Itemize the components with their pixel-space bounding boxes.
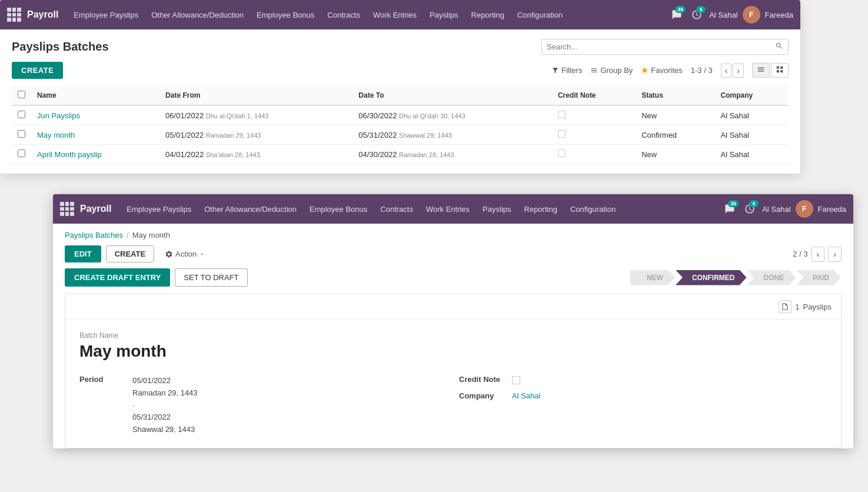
favorites-button[interactable]: Favorites	[641, 66, 682, 75]
messages-icon-2[interactable]: 36	[722, 201, 737, 217]
activity-icon[interactable]: 6	[689, 7, 704, 22]
breadcrumb-current: May month	[132, 231, 170, 240]
pipeline-step-done[interactable]: DONE	[747, 270, 796, 285]
search-icon[interactable]	[775, 42, 783, 52]
apps-menu-icon-2[interactable]	[60, 202, 74, 216]
detail-window: Payroll Employee Payslips Other Allowanc…	[53, 194, 853, 448]
nav2-contracts[interactable]: Contracts	[375, 201, 418, 217]
action-button[interactable]: Action	[159, 246, 211, 262]
nav2-configuration[interactable]: Configuration	[566, 201, 620, 217]
payslips-table: Name Date From Date To Credit Note Statu…	[12, 86, 789, 164]
nav2-employee-bonus[interactable]: Employee Bonus	[305, 201, 372, 217]
cell-status: New	[636, 145, 714, 164]
table-row: April Month payslip 04/01/2022 Sha'aban …	[12, 145, 789, 164]
nav-configuration[interactable]: Configuration	[513, 7, 567, 23]
nav-other-allowance[interactable]: Other Allowance/Deduction	[147, 7, 248, 23]
company-field: Company Al Sahal	[459, 391, 827, 400]
brand-name[interactable]: Payroll	[27, 9, 58, 20]
payslips-icon	[779, 300, 791, 313]
cell-company: Al Sahal	[714, 145, 789, 164]
create-sm-button[interactable]: CREATE	[106, 245, 154, 262]
list-toolbar: CREATE Filters Group By Favorites 1-3 /	[12, 62, 789, 79]
filters-button[interactable]: Filters	[551, 66, 582, 75]
pipeline-steps: NEWCONFIRMEDDONEPAID	[630, 270, 842, 285]
detail-next-button[interactable]: ›	[828, 247, 842, 262]
nav2-other-allowance[interactable]: Other Allowance/Deduction	[199, 201, 301, 217]
cell-credit-note	[552, 105, 636, 125]
select-all-checkbox[interactable]	[18, 91, 25, 98]
apps-menu-icon[interactable]	[7, 8, 21, 22]
pagination-controls: ‹ ›	[721, 64, 744, 78]
detail-card-header: 1 Payslips	[65, 294, 841, 320]
breadcrumb-parent[interactable]: Payslips Batches	[65, 231, 123, 240]
company-link[interactable]: Al Sahal	[512, 391, 540, 400]
username-label[interactable]: Al Sahal	[709, 11, 737, 19]
kanban-view-button[interactable]	[771, 63, 789, 78]
nav2-work-entries[interactable]: Work Entries	[421, 201, 474, 217]
table-row: Jun Payslips 06/01/2022 Dhu al-Qi'dah 1,…	[12, 105, 789, 125]
set-to-draft-button[interactable]: SET TO DRAFT	[175, 268, 247, 287]
breadcrumb: Payslips Batches / May month	[53, 224, 853, 240]
nav-employee-bonus[interactable]: Employee Bonus	[252, 7, 319, 23]
search-input[interactable]	[547, 42, 775, 51]
row-checkbox-0[interactable]	[18, 111, 25, 118]
nav-payslips[interactable]: Payslips	[425, 7, 463, 23]
cell-date-from: 05/01/2022 Ramadan 29, 1443	[159, 125, 352, 145]
col-status: Status	[636, 86, 714, 105]
payslips-count-value: 1	[795, 302, 799, 311]
nav2-employee-payslips[interactable]: Employee Payslips	[122, 201, 196, 217]
cell-date-to: 05/31/2022 Shawwal 29, 1443	[352, 125, 552, 145]
prev-page-button[interactable]: ‹	[721, 64, 732, 78]
detail-card: 1 Payslips Batch Name May month Period 0…	[65, 294, 842, 448]
nav-reporting[interactable]: Reporting	[467, 7, 509, 23]
detail-prev-button[interactable]: ‹	[812, 247, 825, 262]
period-value: 05/01/2022 Ramadan 29, 1443 - 05/31/2022…	[132, 375, 198, 436]
credit-note-checkbox[interactable]	[512, 376, 520, 384]
list-window: Payroll Employee Payslips Other Allowanc…	[0, 0, 800, 174]
user-avatar-2[interactable]: F	[796, 200, 813, 218]
row-checkbox-2[interactable]	[18, 149, 25, 157]
avatar-name-2[interactable]: Fareeda	[818, 205, 846, 214]
col-company: Company	[714, 86, 789, 105]
batch-name-label: Batch Name	[79, 331, 827, 340]
pipeline-step-new[interactable]: NEW	[630, 270, 675, 285]
cell-credit-note	[552, 145, 636, 164]
pipeline-step-confirmed[interactable]: CONFIRMED	[676, 270, 747, 285]
view-toggle	[752, 63, 789, 78]
create-draft-entry-button[interactable]: CREATE DRAFT ENTRY	[65, 268, 170, 287]
nav-employee-payslips[interactable]: Employee Payslips	[69, 7, 143, 23]
next-page-button[interactable]: ›	[733, 64, 744, 78]
cell-status: New	[636, 105, 714, 125]
avatar-name[interactable]: Fareeda	[765, 11, 793, 19]
nav2-payslips[interactable]: Payslips	[478, 201, 516, 217]
payslips-count-label: Payslips	[803, 302, 832, 311]
detail-page-info: 2 / 3	[793, 250, 807, 258]
cell-date-from: 06/01/2022 Dhu al-Qi'dah 1, 1443	[159, 105, 352, 125]
list-view-button[interactable]	[752, 63, 770, 78]
period-field: Period 05/01/2022 Ramadan 29, 1443 - 05/…	[79, 375, 447, 436]
nav2-reporting[interactable]: Reporting	[520, 201, 562, 217]
pipeline-step-paid[interactable]: PAID	[796, 270, 841, 285]
col-credit-note: Credit Note	[552, 86, 636, 105]
create-button[interactable]: CREATE	[12, 62, 63, 79]
search-bar	[541, 39, 789, 55]
detail-pagination: 2 / 3 ‹ ›	[793, 247, 842, 262]
user-avatar[interactable]: F	[743, 6, 760, 24]
cell-company: Al Sahal	[714, 125, 789, 145]
brand-name-2[interactable]: Payroll	[80, 204, 111, 214]
activity-icon-2[interactable]: 6	[742, 201, 757, 217]
messages-icon[interactable]: 36	[669, 7, 684, 22]
row-checkbox-1[interactable]	[18, 130, 25, 138]
payslips-count-button[interactable]: 1 Payslips	[779, 300, 832, 313]
groupby-button[interactable]: Group By	[590, 66, 633, 75]
period-label: Period	[79, 375, 132, 436]
nav-work-entries[interactable]: Work Entries	[368, 7, 421, 23]
detail-card-body: Batch Name May month Period 05/01/2022 R…	[65, 320, 841, 448]
edit-button[interactable]: EDIT	[65, 245, 101, 262]
col-date-to: Date To	[352, 86, 552, 105]
cell-company: Al Sahal	[714, 105, 789, 125]
batch-name-value: May month	[79, 342, 827, 361]
username-label-2[interactable]: Al Sahal	[762, 205, 790, 214]
pagination-info: 1-3 / 3	[691, 66, 713, 75]
nav-contracts[interactable]: Contracts	[322, 7, 365, 23]
